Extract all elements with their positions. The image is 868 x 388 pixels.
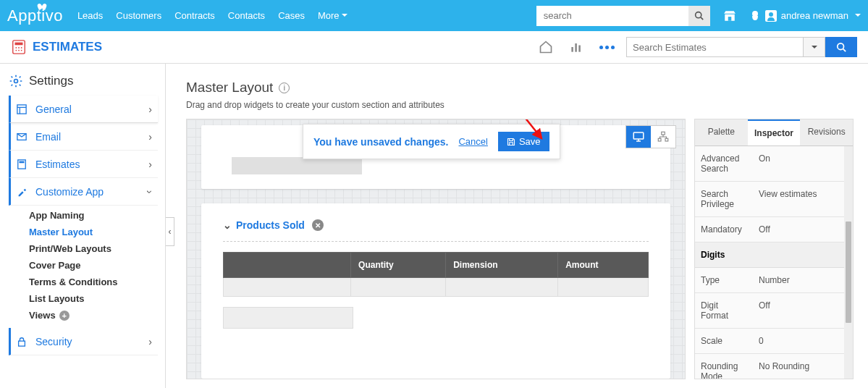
logo[interactable]: Apptivo bbox=[7, 7, 63, 25]
prop-type[interactable]: TypeNumber bbox=[695, 268, 853, 293]
search-estimates-input[interactable] bbox=[626, 37, 804, 57]
sidebar-sub-views[interactable]: Views+ bbox=[9, 305, 158, 322]
structure-view-button[interactable] bbox=[651, 126, 675, 148]
sidebar-item-customize-app[interactable]: Customize App › bbox=[9, 178, 158, 206]
estimates-icon bbox=[11, 39, 27, 55]
search-dropdown[interactable] bbox=[804, 37, 825, 57]
sidebar-item-label: Security bbox=[35, 336, 72, 347]
table-header-dimension: Dimension bbox=[446, 253, 558, 278]
svg-line-19 bbox=[843, 49, 846, 52]
svg-rect-34 bbox=[665, 138, 668, 141]
svg-point-4 bbox=[752, 11, 758, 17]
mail-icon bbox=[17, 132, 28, 142]
prop-search-privilege[interactable]: Search PrivilegeView estimates bbox=[695, 182, 853, 217]
app-bar: ESTIMATES bbox=[0, 31, 868, 64]
sidebar-sub-app-naming[interactable]: App Naming bbox=[9, 206, 158, 222]
remove-section-icon[interactable]: ✕ bbox=[312, 219, 324, 231]
plus-icon: + bbox=[59, 311, 69, 321]
sidebar-item-general[interactable]: General › bbox=[9, 96, 158, 123]
prop-rounding-mode[interactable]: Rounding ModeNo Rounding bbox=[695, 354, 853, 379]
svg-rect-27 bbox=[19, 341, 25, 346]
prop-mandatory[interactable]: MandatoryOff bbox=[695, 217, 853, 242]
svg-point-20 bbox=[14, 80, 18, 83]
sidebar-sub-list-layouts[interactable]: List Layouts bbox=[9, 289, 158, 305]
svg-rect-33 bbox=[658, 138, 661, 141]
scrollbar[interactable] bbox=[844, 146, 853, 379]
app-title[interactable]: ESTIMATES bbox=[11, 39, 102, 55]
svg-point-13 bbox=[18, 50, 20, 51]
tab-palette[interactable]: Palette bbox=[695, 119, 748, 146]
home-icon[interactable] bbox=[535, 36, 557, 58]
sidebar-item-security[interactable]: Security › bbox=[9, 328, 158, 355]
section-title: Products Sold bbox=[236, 219, 305, 231]
svg-rect-17 bbox=[578, 46, 581, 52]
svg-rect-29 bbox=[633, 132, 644, 139]
nav-contacts[interactable]: Contacts bbox=[228, 10, 265, 21]
lock-icon bbox=[17, 337, 28, 347]
nav-leads[interactable]: Leads bbox=[77, 10, 103, 21]
tab-revisions[interactable]: Revisions bbox=[800, 119, 853, 146]
main: Settings General › Email › Estimates › C… bbox=[0, 64, 868, 388]
section-header[interactable]: ⌄ Products Sold ✕ bbox=[223, 219, 649, 231]
chevron-right-icon: › bbox=[148, 131, 152, 143]
chart-icon[interactable] bbox=[565, 36, 587, 58]
sidebar-item-email[interactable]: Email › bbox=[9, 123, 158, 151]
gear-icon bbox=[9, 74, 23, 88]
products-table[interactable]: Quantity Dimension Amount bbox=[223, 252, 649, 297]
sidebar-collapse-handle[interactable]: ‹ bbox=[166, 217, 174, 246]
sidebar-item-label: Customize App bbox=[35, 186, 104, 198]
content: Master Layout i Drag and drop widgets to… bbox=[166, 64, 868, 388]
right-panel: Palette Inspector Revisions Advanced Sea… bbox=[694, 119, 854, 379]
cancel-button[interactable]: Cancel bbox=[458, 136, 487, 147]
info-icon[interactable]: i bbox=[279, 83, 290, 93]
prop-group-digits: Digits bbox=[695, 242, 853, 268]
desktop-view-button[interactable] bbox=[626, 126, 651, 148]
canvas-section-products-sold[interactable]: ⌄ Products Sold ✕ Quantity Dimension Amo… bbox=[201, 203, 670, 379]
sidebar-sub-master-layout[interactable]: Master Layout bbox=[9, 222, 158, 239]
notification-icon[interactable] bbox=[749, 10, 761, 22]
svg-rect-16 bbox=[575, 43, 577, 52]
chevron-down-icon: ⌄ bbox=[223, 219, 232, 231]
nav-cases[interactable]: Cases bbox=[278, 10, 305, 21]
prop-digit-format[interactable]: Digit FormatOff bbox=[695, 293, 853, 329]
search-icon bbox=[694, 11, 704, 20]
placeholder bbox=[223, 307, 353, 329]
search-estimates-button[interactable] bbox=[825, 37, 857, 57]
nav-customers[interactable]: Customers bbox=[116, 10, 161, 21]
unsaved-changes-alert: You have unsaved changes. Cancel Save bbox=[303, 124, 560, 159]
save-icon bbox=[507, 138, 515, 146]
more-actions[interactable] bbox=[596, 36, 618, 58]
table-row[interactable] bbox=[224, 278, 649, 297]
tab-inspector[interactable]: Inspector bbox=[748, 119, 801, 146]
global-search-button[interactable] bbox=[688, 6, 710, 26]
table-header-amount: Amount bbox=[558, 253, 649, 278]
sidebar-sub-terms-conditions[interactable]: Terms & Conditions bbox=[9, 272, 158, 289]
sidebar-item-estimates[interactable]: Estimates › bbox=[9, 151, 158, 178]
page-title: Master Layout i bbox=[186, 80, 854, 96]
store-icon[interactable] bbox=[723, 9, 736, 22]
global-search-input[interactable] bbox=[536, 6, 688, 26]
prop-advanced-search[interactable]: Advanced SearchOn bbox=[695, 146, 853, 182]
calculator-icon bbox=[17, 159, 28, 169]
search-icon bbox=[836, 42, 846, 52]
nav-contracts[interactable]: Contracts bbox=[174, 10, 215, 21]
svg-point-14 bbox=[21, 50, 22, 51]
table-header-quantity: Quantity bbox=[351, 253, 446, 278]
layout-canvas[interactable]: You have unsaved changes. Cancel Save ⌄ bbox=[186, 119, 686, 379]
nav-more[interactable]: More bbox=[318, 10, 347, 21]
svg-point-18 bbox=[838, 43, 844, 50]
sidebar-sub-cover-page[interactable]: Cover Page bbox=[9, 256, 158, 272]
nav-links: Leads Customers Contracts Contacts Cases… bbox=[77, 10, 347, 21]
global-search bbox=[536, 6, 710, 26]
chevron-right-icon: › bbox=[148, 159, 152, 170]
inspector-properties: Advanced SearchOn Search PrivilegeView e… bbox=[695, 146, 853, 379]
view-toggle bbox=[625, 125, 676, 148]
chevron-right-icon: › bbox=[148, 336, 152, 347]
user-menu[interactable]: andrea newman bbox=[765, 10, 861, 22]
save-button[interactable]: Save bbox=[498, 132, 549, 151]
svg-rect-15 bbox=[571, 47, 573, 52]
prop-scale[interactable]: Scale0 bbox=[695, 329, 853, 354]
sidebar-heading: Settings bbox=[9, 74, 158, 88]
sidebar-sub-print-web-layouts[interactable]: Print/Web Layouts bbox=[9, 239, 158, 256]
svg-point-9 bbox=[15, 47, 17, 48]
